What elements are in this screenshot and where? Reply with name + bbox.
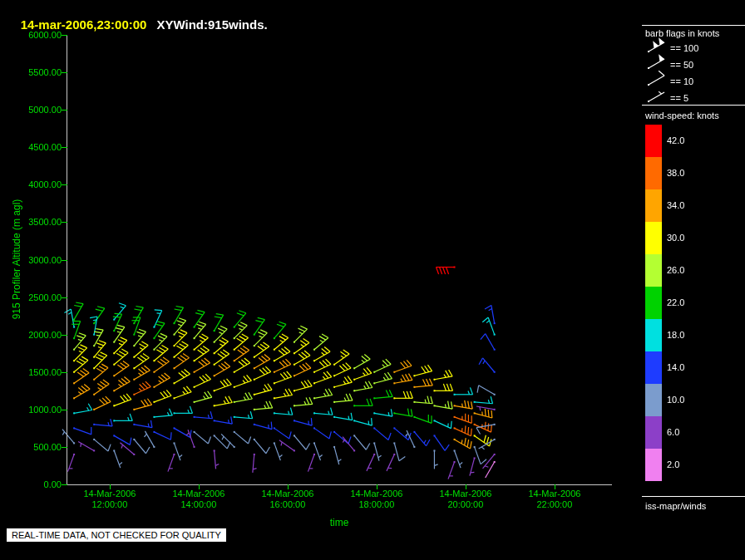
x-tick-date: 14-Mar-2006 [420,489,511,499]
y-tick-label: 4500.00 [7,142,62,152]
x-tick-label: 14-Mar-200612:00:00 [64,489,155,510]
speed-bin-label: 34.0 [667,200,684,210]
speed-bin: 2.0 [645,449,745,481]
x-tick-label: 14-Mar-200618:00:00 [331,489,422,510]
y-tick-label: 6000.00 [7,30,62,40]
speed-bin-label: 14.0 [667,362,684,372]
speed-swatch [645,351,662,384]
speed-bin: 38.0 [645,157,745,189]
speed-bin-label: 38.0 [667,168,684,178]
speed-swatch [645,384,662,416]
x-tick-time: 22:00:00 [509,499,600,510]
y-tick-label: 500.00 [7,442,62,452]
x-tick-label: 14-Mar-200614:00:00 [153,489,244,510]
x-tick-date: 14-Mar-2006 [64,489,155,499]
speed-bin: 10.0 [645,384,745,416]
x-tick-date: 14-Mar-2006 [242,489,333,499]
speed-bin: 30.0 [645,222,745,254]
x-tick-date: 14-Mar-2006 [153,489,244,499]
y-tick-label: 5500.00 [7,67,62,77]
speed-bin-label: 30.0 [667,233,684,243]
y-tick-label: 1000.00 [7,405,62,415]
wind-speed-legend-header: wind-speed: knots [645,111,719,120]
legend-credit: iss-mapr/winds [645,501,706,511]
legend-divider-middle [642,105,745,106]
plot-area[interactable] [67,35,612,484]
speed-bin: 18.0 [645,319,745,351]
speed-bin-label: 26.0 [667,265,684,275]
speed-bin-label: 18.0 [667,330,684,340]
speed-swatch [645,157,662,189]
x-tick-time: 14:00:00 [153,499,244,510]
x-tick-label: 14-Mar-200622:00:00 [509,489,600,510]
speed-swatch [645,449,662,481]
speed-bin-label: 22.0 [667,297,684,307]
speed-bin: 26.0 [645,254,745,287]
x-tick-label: 14-Mar-200616:00:00 [242,489,333,510]
barb-legend-label: == 50 [670,60,693,70]
x-tick-date: 14-Mar-2006 [331,489,422,499]
barb-legend-label: == 5 [670,93,688,103]
speed-swatch [645,254,662,287]
x-tick-date: 14-Mar-2006 [509,489,600,499]
barb-legend-item: == 10 [639,73,745,90]
speed-swatch [645,125,662,157]
barb-legend-item: == 100 [639,40,745,56]
quality-notice: REAL-TIME DATA, NOT CHECKED FOR QUALITY [7,528,226,542]
legend-divider-bottom [642,496,745,497]
speed-bin: 22.0 [645,287,745,319]
y-tick-label: 1500.00 [7,367,62,377]
x-axis-line [67,484,612,485]
legend-panel: barb flags in knots == 100== 50== 10== 5… [639,0,745,560]
barb-legend-items: == 100== 50== 10== 5 [639,40,745,106]
y-tick-label: 2000.00 [7,330,62,340]
speed-swatch [645,287,662,319]
y-tick-label: 5000.00 [7,105,62,115]
x-tick-time: 16:00:00 [242,499,333,510]
speed-bin: 34.0 [645,189,745,222]
y-tick-label: 0.00 [7,479,62,489]
speed-bin-label: 2.0 [667,459,679,469]
xy-wind-plot-window: 14-mar-2006,23:00:00XYWind:915winds. 600… [0,0,745,560]
y-tick-label: 4000.00 [7,179,62,189]
barb-legend-item: == 50 [639,56,745,73]
wind-speed-colorbar: 42.038.034.030.026.022.018.014.010.06.02… [645,125,745,481]
title-plot-name: XYWind:915winds. [156,17,267,32]
x-tick-time: 12:00:00 [64,499,155,510]
x-tick-time: 18:00:00 [331,499,422,510]
barb-legend-label: == 100 [670,43,698,53]
x-axis-title: time [67,517,612,528]
x-tick-time: 20:00:00 [420,499,511,510]
speed-bin: 14.0 [645,351,745,384]
barb-legend-item: == 5 [639,90,745,106]
speed-bin-label: 42.0 [667,135,684,145]
speed-bin: 6.0 [645,416,745,449]
barb-legend-label: == 10 [670,76,693,86]
speed-bin-label: 6.0 [667,427,679,437]
legend-divider-top [642,25,745,26]
speed-bin-label: 10.0 [667,395,684,405]
speed-swatch [645,222,662,254]
speed-swatch [645,189,662,222]
y-tick-mark [62,484,67,485]
speed-swatch [645,319,662,351]
barb-legend-header: barb flags in knots [645,28,719,38]
x-tick-label: 14-Mar-200620:00:00 [420,489,511,510]
y-axis-title: 915 Profiler Altitude (m agl) [11,199,22,320]
speed-bin: 42.0 [645,125,745,157]
speed-swatch [645,416,662,449]
